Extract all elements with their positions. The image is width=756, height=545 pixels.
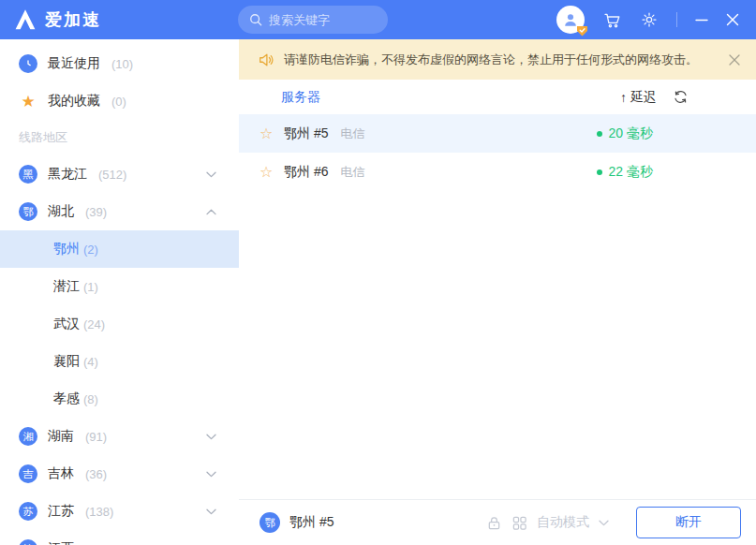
city-label: 鄂州 bbox=[53, 241, 80, 258]
minimize-icon bbox=[695, 13, 708, 26]
sort-by-latency[interactable]: ↑ 延迟 bbox=[620, 89, 657, 106]
sidebar-item-heilongjiang[interactable]: 黑 黑龙江 (512) bbox=[0, 155, 239, 193]
server-list-header: 服务器 ↑ 延迟 bbox=[239, 80, 756, 114]
mode-grid-icon bbox=[511, 515, 527, 531]
chevron-down-icon bbox=[599, 520, 609, 526]
cart-icon bbox=[602, 10, 622, 30]
sidebar-item-jilin[interactable]: 吉 吉林 (36) bbox=[0, 455, 239, 493]
chevron-down-icon bbox=[206, 434, 216, 440]
notice-text: 请谨防电信诈骗，不得发布虚假的网络言论，禁止用于任何形式的网络攻击。 bbox=[284, 52, 698, 68]
province-count: (91) bbox=[85, 430, 107, 444]
favorites-count: (0) bbox=[111, 95, 126, 109]
search-input[interactable] bbox=[269, 13, 372, 27]
recent-label: 最近使用 bbox=[48, 55, 100, 72]
current-server-badge: 鄂 bbox=[259, 512, 280, 533]
sidebar-city-xiaogan[interactable]: 孝感 (8) bbox=[0, 380, 239, 418]
refresh-icon[interactable] bbox=[673, 89, 689, 105]
sort-latency-label: 延迟 bbox=[630, 89, 657, 106]
server-row-ezhou-5[interactable]: ☆ 鄂州 #5 电信 20 毫秒 bbox=[239, 114, 756, 153]
city-count: (1) bbox=[83, 280, 98, 294]
recent-count: (10) bbox=[111, 57, 133, 71]
megaphone-icon bbox=[258, 52, 274, 68]
city-label: 襄阳 bbox=[53, 353, 80, 370]
main-panel: 请谨防电信诈骗，不得发布虚假的网络言论，禁止用于任何形式的网络攻击。 服务器 ↑… bbox=[239, 39, 756, 545]
app-title: 爱加速 bbox=[45, 8, 101, 31]
close-button[interactable] bbox=[726, 13, 739, 26]
titlebar-divider bbox=[676, 12, 677, 27]
province-label: 黑龙江 bbox=[48, 166, 87, 183]
province-count: (138) bbox=[85, 505, 113, 519]
province-label: 湖北 bbox=[48, 203, 74, 220]
sidebar-city-wuhan[interactable]: 武汉 (24) bbox=[0, 305, 239, 343]
titlebar: 爱加速 bbox=[0, 0, 756, 39]
city-label: 武汉 bbox=[53, 316, 80, 332]
vip-badge-icon bbox=[576, 24, 588, 37]
province-count: (36) bbox=[85, 467, 107, 481]
close-icon bbox=[726, 13, 739, 26]
search-icon bbox=[249, 13, 262, 26]
mode-selector[interactable]: 自动模式 bbox=[486, 514, 609, 531]
favorite-star-icon[interactable]: ☆ bbox=[259, 125, 275, 142]
app-logo-icon bbox=[13, 7, 37, 32]
city-count: (4) bbox=[83, 355, 98, 369]
statusbar: 鄂 鄂州 #5 自动模式 断开 bbox=[239, 499, 756, 545]
list-empty-space bbox=[239, 191, 756, 499]
mode-label: 自动模式 bbox=[537, 514, 589, 531]
server-column-header: 服务器 bbox=[281, 89, 320, 106]
minimize-button[interactable] bbox=[695, 13, 708, 26]
server-name: 鄂州 #6 bbox=[284, 164, 328, 181]
province-label: 江西 bbox=[48, 540, 74, 545]
search-box[interactable] bbox=[238, 6, 388, 34]
chevron-down-icon bbox=[206, 471, 216, 478]
notice-banner: 请谨防电信诈骗，不得发布虚假的网络言论，禁止用于任何形式的网络攻击。 bbox=[239, 39, 756, 80]
city-label: 孝感 bbox=[53, 390, 80, 407]
server-latency: 22 毫秒 bbox=[597, 164, 653, 181]
city-count: (2) bbox=[83, 243, 98, 257]
current-server: 鄂 鄂州 #5 bbox=[259, 512, 334, 533]
server-carrier: 电信 bbox=[340, 164, 364, 181]
server-latency: 20 毫秒 bbox=[597, 125, 653, 142]
sidebar-city-ezhou[interactable]: 鄂州 (2) bbox=[0, 230, 239, 268]
chevron-down-icon bbox=[206, 171, 216, 178]
disconnect-button[interactable]: 断开 bbox=[636, 507, 741, 538]
app-logo: 爱加速 bbox=[13, 7, 101, 32]
province-label: 湖南 bbox=[48, 428, 74, 445]
server-name: 鄂州 #5 bbox=[284, 125, 328, 142]
sort-arrow-up-icon: ↑ bbox=[620, 90, 627, 105]
region-section-label: 线路地区 bbox=[0, 120, 239, 155]
province-count: (44) bbox=[85, 542, 107, 545]
lock-icon bbox=[486, 515, 502, 531]
province-label: 吉林 bbox=[48, 465, 74, 482]
province-badge: 赣 bbox=[19, 539, 37, 545]
current-server-name: 鄂州 #5 bbox=[289, 514, 334, 531]
avatar[interactable] bbox=[556, 6, 585, 34]
latency-value: 20 毫秒 bbox=[609, 125, 653, 142]
server-carrier: 电信 bbox=[340, 125, 364, 142]
sidebar-item-favorites[interactable]: ★ 我的收藏 (0) bbox=[0, 82, 239, 120]
favorite-star-icon[interactable]: ☆ bbox=[259, 163, 275, 181]
chevron-up-icon bbox=[206, 209, 216, 215]
sidebar-city-xiangyang[interactable]: 襄阳 (4) bbox=[0, 343, 239, 380]
sidebar-item-jiangxi[interactable]: 赣 江西 (44) bbox=[0, 530, 239, 545]
sidebar-item-recent[interactable]: 最近使用 (10) bbox=[0, 45, 239, 82]
sidebar-item-jiangsu[interactable]: 苏 江苏 (138) bbox=[0, 493, 239, 530]
banner-close-icon[interactable] bbox=[729, 54, 740, 66]
server-row-ezhou-6[interactable]: ☆ 鄂州 #6 电信 22 毫秒 bbox=[239, 153, 756, 191]
latency-dot bbox=[597, 131, 602, 137]
gear-icon bbox=[640, 10, 659, 29]
province-badge: 湘 bbox=[19, 427, 37, 446]
latency-value: 22 毫秒 bbox=[609, 164, 653, 181]
province-badge: 苏 bbox=[19, 502, 37, 521]
sidebar-city-qianjiang[interactable]: 潜江 (1) bbox=[0, 268, 239, 305]
province-label: 江苏 bbox=[48, 503, 74, 520]
sidebar-item-hunan[interactable]: 湘 湖南 (91) bbox=[0, 418, 239, 455]
cart-button[interactable] bbox=[602, 10, 622, 30]
city-label: 潜江 bbox=[53, 278, 80, 295]
sidebar-item-hubei[interactable]: 鄂 湖北 (39) bbox=[0, 193, 239, 230]
city-count: (24) bbox=[83, 317, 105, 331]
province-badge: 黑 bbox=[19, 165, 37, 184]
settings-button[interactable] bbox=[640, 10, 659, 29]
sidebar: 最近使用 (10) ★ 我的收藏 (0) 线路地区 黑 黑龙江 (512) 鄂 … bbox=[0, 39, 239, 545]
province-badge: 吉 bbox=[19, 464, 37, 483]
province-badge: 鄂 bbox=[19, 202, 37, 221]
